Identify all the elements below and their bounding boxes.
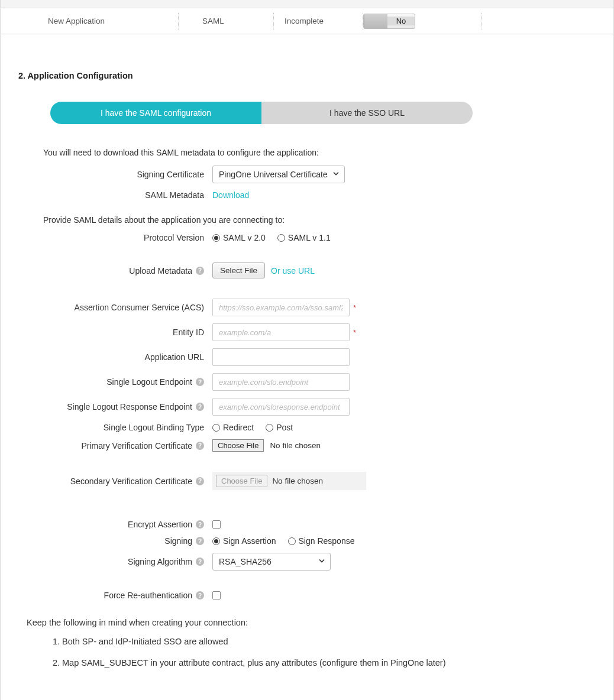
protocol-label: SAML [202, 17, 224, 25]
top-strip [1, 0, 613, 8]
status-cell: Incomplete [274, 17, 363, 25]
primary-cert-file-status: No file chosen [270, 441, 321, 450]
radio-sign-response[interactable]: Sign Response [288, 536, 355, 546]
download-metadata-link[interactable]: Download [212, 190, 249, 200]
radio-sign-assertion[interactable]: Sign Assertion [212, 536, 276, 546]
notes-item: Map SAML_SUBJECT in your attribute contr… [62, 658, 596, 667]
notes-item: Both SP- and IdP-Initiated SSO are allow… [62, 637, 596, 646]
radio-saml-v11[interactable]: SAML v 1.1 [277, 233, 331, 242]
radio-icon [212, 424, 220, 432]
label-upload-metadata: Upload Metadata ? [18, 266, 212, 276]
primary-cert-choose-file-button[interactable]: Choose File [212, 439, 264, 452]
encrypt-assertion-checkbox[interactable] [212, 520, 221, 529]
help-icon[interactable]: ? [196, 477, 204, 485]
protocol-cell: SAML [179, 17, 273, 25]
intro-text-2: Provide SAML details about the applicati… [43, 215, 596, 225]
app-summary-row: New Application SAML Incomplete No [1, 8, 613, 34]
radio-icon [277, 234, 285, 242]
help-icon[interactable]: ? [196, 267, 204, 275]
select-file-button[interactable]: Select File [212, 262, 265, 278]
radio-redirect[interactable]: Redirect [212, 423, 254, 432]
app-name-cell: New Application [1, 17, 178, 25]
chevron-down-icon [318, 558, 325, 566]
enabled-toggle[interactable]: No [363, 14, 415, 29]
secondary-cert-file-status: No file chosen [272, 477, 323, 485]
secondary-cert-choose-file-button: Choose File [216, 475, 267, 487]
app-name: New Application [48, 17, 105, 25]
notes-title: Keep the following in mind when creating… [27, 618, 596, 627]
required-marker: * [353, 303, 356, 312]
application-url-input[interactable] [212, 348, 350, 366]
label-primary-cert: Primary Verification Certificate ? [18, 441, 212, 451]
label-entity-id: Entity ID [18, 328, 212, 337]
radio-post[interactable]: Post [266, 423, 293, 432]
label-acs: Assertion Consumer Service (ACS) [18, 303, 212, 312]
label-force-reauth: Force Re-authentication ? [18, 591, 212, 600]
label-slo-response-endpoint: Single Logout Response Endpoint ? [18, 402, 212, 411]
label-secondary-cert: Secondary Verification Certificate ? [18, 477, 212, 486]
label-signing-algorithm: Signing Algorithm ? [18, 557, 212, 566]
entity-id-input[interactable] [212, 323, 350, 341]
toggle-knob [364, 14, 387, 28]
radio-icon [288, 537, 296, 545]
intro-text-1: You will need to download this SAML meta… [43, 148, 596, 157]
help-icon[interactable]: ? [196, 378, 204, 386]
section-title: 2. Application Configuration [18, 71, 596, 80]
secondary-cert-file-wrap: Choose File No file chosen [212, 472, 366, 490]
toggle-value: No [387, 17, 415, 25]
divider [481, 13, 482, 30]
required-marker: * [353, 328, 356, 337]
signing-certificate-select[interactable]: PingOne Universal Certificate [212, 166, 345, 183]
label-encrypt-assertion: Encrypt Assertion ? [18, 520, 212, 529]
force-reauth-checkbox[interactable] [212, 591, 221, 599]
help-icon[interactable]: ? [196, 403, 204, 411]
help-icon[interactable]: ? [196, 591, 204, 599]
help-icon[interactable]: ? [196, 520, 204, 529]
config-mode-tabs: I have the SAML configuration I have the… [50, 102, 473, 124]
help-icon[interactable]: ? [196, 442, 204, 450]
label-slo-endpoint: Single Logout Endpoint ? [18, 377, 212, 387]
label-signing-certificate: Signing Certificate [18, 170, 212, 179]
radio-icon [212, 234, 220, 242]
tab-saml-configuration[interactable]: I have the SAML configuration [50, 102, 261, 124]
label-signing: Signing ? [18, 536, 212, 546]
help-icon[interactable]: ? [196, 558, 204, 566]
use-url-link[interactable]: Or use URL [271, 266, 315, 276]
radio-icon [266, 424, 273, 432]
radio-saml-v20[interactable]: SAML v 2.0 [212, 233, 266, 242]
label-application-url: Application URL [18, 352, 212, 362]
slo-endpoint-input[interactable] [212, 373, 350, 391]
tab-sso-url[interactable]: I have the SSO URL [261, 102, 473, 124]
radio-icon [212, 537, 220, 545]
status-label: Incomplete [285, 17, 324, 25]
slo-response-endpoint-input[interactable] [212, 398, 350, 416]
label-protocol-version: Protocol Version [18, 233, 212, 242]
label-saml-metadata: SAML Metadata [18, 190, 212, 200]
label-slo-binding-type: Single Logout Binding Type [18, 423, 212, 432]
enabled-toggle-cell: No [363, 14, 481, 29]
acs-input[interactable] [212, 299, 350, 316]
chevron-down-icon [332, 170, 340, 179]
signing-algorithm-select[interactable]: RSA_SHA256 [212, 553, 331, 571]
notes-list: Both SP- and IdP-Initiated SSO are allow… [62, 637, 596, 667]
help-icon[interactable]: ? [196, 537, 204, 545]
